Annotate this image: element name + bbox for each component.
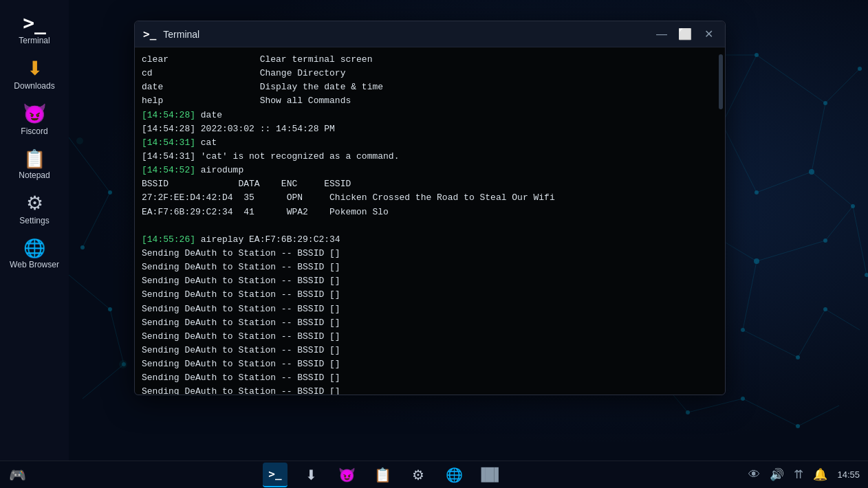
taskbar-notepad[interactable]: 📋: [370, 463, 395, 487]
terminal-line: 27:2F:EE:D4:42:D4 35 OPN Chicken Crossed…: [142, 191, 718, 205]
taskbar-tray: 👁 🔊 ⇈ 🔔 14:55: [730, 467, 868, 482]
close-button[interactable]: ✕: [700, 26, 717, 43]
sidebar-label-downloads: Downloads: [14, 81, 54, 91]
terminal-line: help Show all Commands: [142, 94, 718, 108]
maximize-button[interactable]: ⬜: [677, 26, 693, 43]
terminal-line: BSSID DATA ENC ESSID: [142, 177, 718, 191]
volume-icon[interactable]: 🔊: [770, 467, 784, 482]
terminal-line: [14:54:52] airodump: [142, 164, 718, 177]
sidebar-item-settings[interactable]: ⚙ Settings: [3, 187, 65, 232]
sidebar-item-terminal[interactable]: >_ Terminal: [3, 7, 65, 52]
terminal-body[interactable]: clear Clear terminal screen cd Change Di…: [135, 47, 725, 395]
svg-line-16: [825, 309, 860, 330]
terminal-line: [14:54:31] cat: [142, 136, 718, 150]
share-icon[interactable]: ⇈: [794, 467, 803, 482]
terminal-controls: — ⬜ ✕: [653, 26, 717, 43]
sidebar-label-notepad: Notepad: [19, 170, 50, 180]
terminal-icon: >_: [23, 14, 46, 33]
taskbar-time: 14:55: [837, 469, 860, 480]
taskbar-downloads[interactable]: ⬇: [299, 463, 323, 487]
svg-point-44: [741, 328, 745, 332]
svg-point-53: [741, 397, 745, 401]
sidebar: >_ Terminal ⬇ Downloads 😈 Fiscord 📋 Note…: [0, 0, 69, 461]
svg-point-55: [108, 190, 112, 195]
terminal-line: Sending DeAuth to Station -- BSSID []: [142, 316, 718, 330]
svg-point-35: [809, 169, 814, 175]
svg-point-56: [80, 245, 85, 249]
svg-line-10: [757, 241, 825, 261]
settings-icon: ⚙: [26, 194, 43, 213]
svg-line-14: [743, 330, 798, 357]
terminal-title-text: Terminal: [163, 29, 653, 40]
sidebar-item-downloads[interactable]: ⬇ Downloads: [3, 52, 65, 98]
terminal-line: Sending DeAuth to Station -- BSSID []: [142, 260, 718, 274]
svg-point-46: [823, 307, 827, 311]
svg-point-42: [823, 239, 827, 243]
taskbar-start[interactable]: 🎮: [0, 467, 34, 483]
terminal-line: [14:54:28] 2022:03:02 :: 14:54:28 PM: [142, 122, 718, 136]
fiscord-icon: 😈: [23, 104, 47, 124]
download-icon: ⬇: [27, 59, 43, 78]
svg-line-2: [812, 103, 825, 172]
svg-point-36: [851, 204, 855, 208]
svg-line-24: [688, 399, 743, 412]
taskbar-fiscord[interactable]: 😈: [334, 463, 359, 487]
taskbar-center: >_ ⬇ 😈 📋 ⚙ 🌐 ▐█▌: [34, 463, 730, 487]
minimize-button[interactable]: —: [653, 26, 670, 43]
scrollbar-thumb[interactable]: [719, 54, 723, 109]
svg-line-28: [83, 192, 110, 247]
terminal-line: clear Clear terminal screen: [142, 53, 718, 67]
terminal-line: Sending DeAuth to Station -- BSSID []: [142, 344, 718, 357]
sidebar-label-fiscord: Fiscord: [21, 126, 47, 136]
terminal-line: Sending DeAuth to Station -- BSSID []: [142, 288, 718, 302]
svg-line-6: [757, 172, 812, 192]
terminal-line: EA:F7:6B:29:C2:34 41 WPA2 Pokemon Slo: [142, 206, 718, 219]
taskbar-terminal[interactable]: >_: [263, 463, 287, 487]
taskbar-panel[interactable]: ▐█▌: [477, 463, 502, 487]
svg-line-29: [69, 275, 110, 309]
svg-point-33: [823, 101, 827, 105]
svg-point-54: [796, 424, 800, 428]
svg-point-41: [754, 258, 759, 264]
browser-icon: 🌐: [23, 239, 45, 257]
taskbar-browser[interactable]: 🌐: [442, 463, 466, 487]
terminal-title-icon: >_: [143, 27, 156, 41]
terminal-line: Sending DeAuth to Station -- BSSID []: [142, 385, 718, 395]
sidebar-item-webbrowser[interactable]: 🌐 Web Browser: [3, 232, 65, 276]
terminal-line: date Display the date & time: [142, 80, 718, 94]
terminal-line: [14:55:26] aireplay EA:F7:6B:29:C2:34: [142, 233, 718, 247]
svg-line-26: [798, 406, 839, 426]
terminal-line: Sending DeAuth to Station -- BSSID []: [142, 371, 718, 385]
taskbar: 🎮 >_ ⬇ 😈 📋 ⚙ 🌐 ▐█▌ 👁 🔊 ⇈ 🔔 14:55: [0, 461, 868, 488]
start-icon[interactable]: 🎮: [9, 467, 26, 483]
taskbar-settings[interactable]: ⚙: [406, 463, 431, 487]
svg-point-43: [865, 273, 868, 277]
terminal-line: Sending DeAuth to Station -- BSSID []: [142, 247, 718, 260]
svg-line-15: [798, 309, 825, 357]
svg-point-32: [755, 53, 759, 57]
sidebar-label-settings: Settings: [19, 216, 49, 225]
svg-line-25: [743, 399, 798, 426]
sidebar-item-notepad[interactable]: 📋 Notepad: [3, 143, 65, 187]
svg-line-30: [110, 309, 124, 364]
terminal-line: [14:54:31] 'cat' is not recognized as a …: [142, 150, 718, 164]
terminal-line: Sending DeAuth to Station -- BSSID []: [142, 330, 718, 344]
terminal-scrollbar[interactable]: [718, 47, 724, 395]
terminal-line: Sending DeAuth to Station -- BSSID []: [142, 357, 718, 371]
notification-icon[interactable]: 🔔: [813, 467, 827, 482]
svg-line-12: [853, 206, 867, 275]
terminal-titlebar[interactable]: >_ Terminal — ⬜ ✕: [135, 21, 725, 47]
sidebar-item-fiscord[interactable]: 😈 Fiscord: [3, 98, 65, 143]
terminal-line: Sending DeAuth to Station -- BSSID []: [142, 302, 718, 316]
eye-icon[interactable]: 👁: [748, 468, 760, 482]
svg-line-0: [757, 55, 825, 103]
svg-line-5: [722, 124, 757, 192]
terminal-line: Sending DeAuth to Station -- BSSID []: [142, 274, 718, 288]
svg-line-27: [69, 137, 110, 192]
svg-line-13: [743, 261, 757, 330]
svg-point-57: [108, 307, 112, 311]
sidebar-label-terminal: Terminal: [19, 36, 50, 45]
svg-point-59: [119, 360, 127, 368]
svg-point-45: [796, 355, 800, 359]
notepad-icon: 📋: [23, 150, 45, 168]
